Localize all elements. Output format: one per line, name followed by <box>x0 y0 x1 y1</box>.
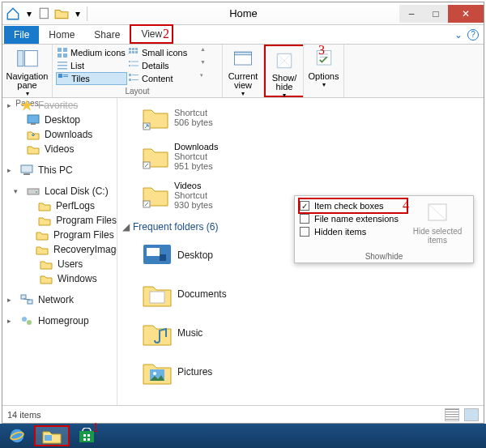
nav-perflogs[interactable]: PerfLogs <box>2 198 117 213</box>
svg-rect-0 <box>40 8 48 18</box>
tab-file[interactable]: File <box>4 26 39 44</box>
layout-small-icons[interactable]: Small icons <box>127 46 198 59</box>
check-file-extensions[interactable]: File name extensions <box>300 212 407 225</box>
freq-pictures[interactable]: Pictures <box>122 352 479 391</box>
svg-point-43 <box>22 317 27 322</box>
nav-users[interactable]: ▸Users <box>2 257 117 271</box>
folder-icon[interactable] <box>54 6 69 21</box>
svg-rect-49 <box>147 248 160 256</box>
svg-rect-18 <box>129 65 130 66</box>
view-large-icon[interactable] <box>464 408 479 421</box>
showhide-flyout: ✓ Item check boxes File name extensions … <box>294 195 474 263</box>
nav-favorites[interactable]: ▸Favorites <box>2 98 117 113</box>
taskbar-explorer[interactable] <box>34 425 70 446</box>
freq-music[interactable]: Music <box>122 314 479 352</box>
svg-rect-37 <box>23 173 30 175</box>
ribbon-tabs: File Home Share View 2 ⌄ ? <box>2 25 484 45</box>
svg-rect-15 <box>58 68 67 70</box>
nav-thispc[interactable]: ▸This PC <box>2 163 117 177</box>
scroll-down-icon[interactable]: ▼ <box>200 59 206 72</box>
svg-rect-2 <box>24 51 37 66</box>
layout-content[interactable]: Content <box>127 72 198 85</box>
nav-windows[interactable]: ▸Windows <box>2 271 117 286</box>
tile-shortcut-1[interactable]: Shortcut506 bytes <box>122 98 268 137</box>
layout-tiles[interactable]: Tiles <box>56 72 127 85</box>
svg-rect-38 <box>28 189 39 194</box>
svg-line-42 <box>23 299 30 300</box>
nav-videos[interactable]: Videos <box>2 142 117 156</box>
titlebar: ▾ ▾ Home – □ ✕ <box>2 2 484 25</box>
layout-medium-icons[interactable]: Medium icons <box>56 46 127 59</box>
checkbox-icon <box>300 227 309 237</box>
layout-details[interactable]: Details <box>127 59 198 72</box>
explorer-body: ▸Favorites Desktop Downloads Videos ▸Thi… <box>2 98 484 405</box>
svg-rect-59 <box>83 434 86 437</box>
taskbar: 1 <box>0 424 486 448</box>
svg-point-53 <box>153 372 156 375</box>
ribbon-group-showhide[interactable]: Show/ hide ▾ <box>264 45 303 97</box>
status-items: 14 items <box>7 410 41 420</box>
svg-rect-26 <box>132 79 139 80</box>
chevron-down-icon[interactable]: ▾ <box>70 6 85 21</box>
svg-rect-62 <box>87 438 90 441</box>
svg-point-39 <box>36 191 37 193</box>
svg-rect-57 <box>45 435 52 441</box>
nav-downloads[interactable]: Downloads <box>2 127 117 142</box>
nav-homegroup[interactable]: ▸Homegroup <box>2 314 117 328</box>
chevron-down-icon[interactable]: ▾ <box>22 6 36 21</box>
svg-rect-51 <box>150 292 164 303</box>
show-hide-button[interactable]: Show/ hide ▾ <box>269 48 300 100</box>
close-button[interactable]: ✕ <box>448 5 484 23</box>
svg-rect-21 <box>63 75 68 75</box>
explorer-window: ▾ ▾ Home – □ ✕ File Home Share View 2 ⌄ … <box>2 2 484 424</box>
svg-rect-4 <box>63 48 67 52</box>
tab-share[interactable]: Share <box>84 25 130 44</box>
nav-desktop[interactable]: Desktop <box>2 113 117 127</box>
svg-rect-5 <box>58 53 62 58</box>
taskbar-ie[interactable] <box>2 425 32 446</box>
new-folder-icon[interactable] <box>38 6 53 21</box>
maximize-button[interactable]: □ <box>424 5 448 23</box>
current-view-button[interactable]: Current view ▾ <box>226 46 260 99</box>
layout-list[interactable]: List <box>56 59 127 72</box>
navigation-pane-button[interactable]: Navigation pane ▾ <box>6 46 49 99</box>
svg-rect-61 <box>83 438 86 441</box>
svg-marker-33 <box>20 100 33 111</box>
expand-layouts-icon[interactable]: ▾ <box>200 72 203 85</box>
svg-rect-7 <box>129 48 131 50</box>
svg-rect-35 <box>31 123 36 125</box>
check-hidden-items[interactable]: Hidden items <box>300 225 407 238</box>
tile-videos[interactable]: VideosShortcut930 bytes <box>122 176 268 215</box>
svg-point-44 <box>27 320 32 325</box>
minimize-ribbon-icon[interactable]: ⌄ <box>454 29 463 41</box>
nav-localdisk[interactable]: ▾Local Disk (C:) <box>2 184 117 198</box>
svg-rect-11 <box>132 51 134 53</box>
ribbon-view: Navigation pane ▾ Panes Medium icons Sma… <box>2 45 484 98</box>
home-icon[interactable] <box>6 6 20 21</box>
svg-rect-3 <box>58 48 62 52</box>
svg-rect-8 <box>132 48 134 50</box>
nav-network[interactable]: ▸Network <box>2 292 117 307</box>
check-item-checkboxes[interactable]: ✓ Item check boxes <box>298 198 408 214</box>
ribbon-group-panes: Navigation pane ▾ Panes <box>2 45 53 97</box>
svg-rect-16 <box>129 61 130 62</box>
view-details-icon[interactable] <box>445 408 459 421</box>
flyout-group-label: Show/hide <box>295 252 473 261</box>
svg-rect-19 <box>131 66 139 66</box>
nav-programfilesx86[interactable]: ▸Program Files (x86) <box>2 228 117 242</box>
freq-documents[interactable]: Documents <box>122 275 479 314</box>
ribbon-group-currentview: Current view ▾ <box>223 45 263 97</box>
nav-recovery[interactable]: ▸RecoveryImage <box>2 242 117 257</box>
scroll-up-icon[interactable]: ▲ <box>200 46 206 52</box>
hide-selected-button[interactable]: Hide selected items <box>407 199 468 259</box>
svg-rect-10 <box>129 51 131 53</box>
help-icon[interactable]: ? <box>467 29 479 41</box>
callout-1: 1 <box>92 420 99 435</box>
nav-programfiles[interactable]: ▸Program Files <box>2 213 117 228</box>
svg-rect-23 <box>129 74 131 76</box>
minimize-button[interactable]: – <box>399 5 424 23</box>
tile-downloads[interactable]: DownloadsShortcut951 bytes <box>122 137 268 176</box>
tab-home[interactable]: Home <box>39 25 84 44</box>
svg-rect-24 <box>132 75 139 75</box>
checkbox-checked-icon: ✓ <box>300 201 309 211</box>
